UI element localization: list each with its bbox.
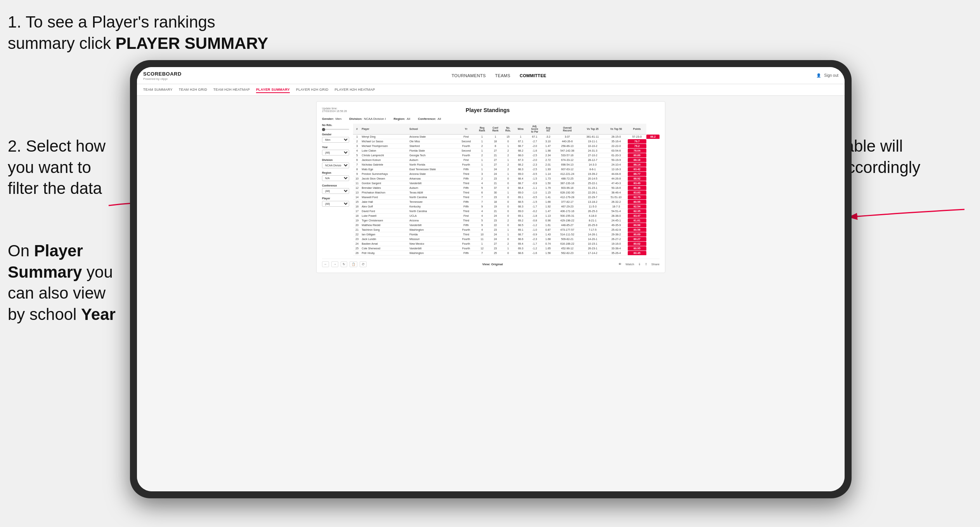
table-cell: 68.3 [514,204,527,209]
table-cell: 20-25-9 [581,223,605,228]
nav-teams[interactable]: TEAMS [495,73,510,78]
table-row[interactable]: 7Nicholas GabrieleNorth FloridaFourth127… [353,162,660,167]
nav-committee[interactable]: COMMITTEE [519,73,546,78]
table-row[interactable]: 14Maxwell FordNorth CarolinaThird723069.… [353,195,660,200]
table-cell: 22-26-1 [581,190,605,195]
table-row[interactable]: 22Ian GilliganFloridaThird1024168.7-0.91… [353,232,660,237]
table-row[interactable]: 21Taichiron SongWashingtonFourth423169.1… [353,228,660,232]
nav-tournaments[interactable]: TOURNAMENTS [452,73,486,78]
table-cell: 4 [475,214,488,218]
table-cell: 25-22-1 [581,181,605,186]
sub-nav-player-summary[interactable]: PLAYER SUMMARY [256,87,290,93]
sub-nav-team-h2h-heatmap[interactable]: TEAM H2H HEATMAP [213,87,250,93]
table-cell: 25 [489,251,502,256]
table-cell: 452-96-12 [554,246,581,251]
table-row[interactable]: 24Bastien AmatNew MexicoFourth127269.4-1… [353,242,660,246]
table-row[interactable]: 15Jake HallTennesseeFifth718068.5-1.51.6… [353,200,660,204]
sidebar-division-select[interactable]: NCAA Division I [322,162,349,168]
table-row[interactable]: 17David FordNorth CarolinaThird421069.0-… [353,209,660,214]
table-cell: 0 [502,214,514,218]
table-row[interactable]: 5Christo LamprechtGeorgia TechFourth2212… [353,153,660,158]
sub-nav-player-h2h-heatmap[interactable]: PLAYER H2H HEATMAP [334,87,375,93]
table-row[interactable]: 9Preston SummerhaysArizona StateThird324… [353,172,660,176]
table-cell: 27 [489,242,502,246]
no-rds-slider[interactable] [322,129,349,130]
nav-copy-btn[interactable]: 📋 [350,261,357,267]
table-row[interactable]: 3Michael ThorbjornsenStanfordFourth28168… [353,144,660,149]
table-row[interactable]: 19Tiger ChristensenArizonaThird523269.2-… [353,218,660,223]
table-row[interactable]: 23Jack LundinMissouriFourth1124068.6-2.3… [353,237,660,242]
filter-row: Gender: Men Division: NCAA Division I Re… [322,117,660,121]
table-cell: East Tennessee State [409,167,457,172]
table-cell: 19-16-0 [604,242,627,246]
table-row[interactable]: 25Cole SherwoodVanderbiltFourth1223169.3… [353,246,660,251]
share-label[interactable]: Share [651,263,660,266]
sidebar-region-select[interactable]: N/A [322,175,349,181]
table-cell: 616-168-22 [554,242,581,246]
col-header-conf-rank: ConfRank [489,124,502,135]
table-cell: 7 [475,195,488,200]
table-cell: 1 [475,158,488,162]
table-cell: 68.7 [514,181,527,186]
nav-clock-btn[interactable]: ⏱ [360,261,367,267]
table-cell: 1.93 [542,167,554,172]
table-cell: 18-7-3 [604,204,627,209]
sidebar-player-section: Player (All) [322,197,349,207]
col-header-school: School [409,124,457,135]
table-row[interactable]: 12Brendan ValdesAuburnFifth537068.4-1.11… [353,186,660,190]
table-cell: Washington [409,251,457,256]
table-cell: 406-172-16 [554,209,581,214]
region-filter-label: Region: [393,117,405,121]
sidebar-gender-select[interactable]: Men [322,137,349,143]
sub-nav-team-summary[interactable]: TEAM SUMMARY [143,87,173,93]
table-cell: 440-26-6 [554,139,581,144]
table-row[interactable]: 26Petr HrubyWashingtonFifth725068.6-1.61… [353,251,660,256]
table-cell: 27 [489,158,502,162]
sign-out-link[interactable]: Sign out [824,73,838,78]
nav-back-btn[interactable]: ← [322,261,329,267]
table-row[interactable]: 20Matthew RiedelVanderbiltFifth922068.5-… [353,223,660,228]
table-cell: -1.5 [527,176,542,181]
table-cell: 13-18-2 [581,200,605,204]
sidebar-conference-section: Conference (All) [322,184,349,194]
table-cell: 27 [489,149,502,153]
table-cell: Tennessee [409,200,457,204]
table-row[interactable]: 1Wenyi DingArizona StateFirst1115167.1-3… [353,135,660,139]
update-time-label: Update time: [322,107,347,110]
annotation-1: 1. To see a Player's rankings summary cl… [8,12,303,54]
table-cell: Brendan Valdes [361,186,409,190]
sidebar-player-select[interactable]: (All) [322,201,349,207]
sidebar-conference-select[interactable]: (All) [322,188,349,194]
col-header-yr: Yr [457,124,476,135]
nav-refresh-btn[interactable]: ↻ [341,261,347,267]
sub-nav-player-h2h-grid[interactable]: PLAYER H2H GRID [296,87,328,93]
sidebar-year-select[interactable]: (All) [322,150,349,156]
table-cell: First [457,214,476,218]
table-row[interactable]: 2Michael Le SassoOle MissSecond118067.1-… [353,139,660,144]
table-cell: 33-38-4 [604,246,627,251]
table-cell: 11 [353,181,361,186]
table-cell: -2.3 [527,162,542,167]
table-row[interactable]: 4Luke ClatonFlorida StateSecond127268.2-… [353,149,660,153]
table-cell: Arizona [409,218,457,223]
table-row[interactable]: 10Jacob Skov OlesenArkansasFifth223068.4… [353,176,660,181]
table-cell: 69.1 [514,214,527,218]
table-cell: -1.2 [527,246,542,251]
table-row[interactable]: 16Alex GoffKentuckyFifth919068.3-1.71.92… [353,204,660,209]
table-cell: 10 [353,176,361,181]
table-row[interactable]: 18Luke PowellUCLAFirst424069.1-1.81.1350… [353,214,660,218]
footer-view-label[interactable]: View: Original [482,263,503,266]
sidebar-division-section: Division NCAA Division I [322,159,349,168]
watch-label[interactable]: Watch [625,263,634,266]
sub-nav-team-h2h-grid[interactable]: TEAM H2H GRID [179,87,207,93]
table-cell: 17-14-2 [581,251,605,256]
table-cell: Fourth [457,228,476,232]
conference-filter-value: All [438,117,441,121]
table-row[interactable]: 8Mats EgeEast Tennessee StateFifth124268… [353,167,660,172]
table-row[interactable]: 11Gordon SargentVanderbiltThird421068.7-… [353,181,660,186]
table-row[interactable]: 6Jackson KoivunAuburnFirst127167.3-2.02.… [353,158,660,162]
nav-forward-btn[interactable]: → [331,261,338,267]
table-row[interactable]: 13Phichaksn MaichonTexas A&MThird630169.… [353,190,660,195]
table-cell: 1.47 [542,144,554,149]
table-cell: -2.5 [527,153,542,158]
